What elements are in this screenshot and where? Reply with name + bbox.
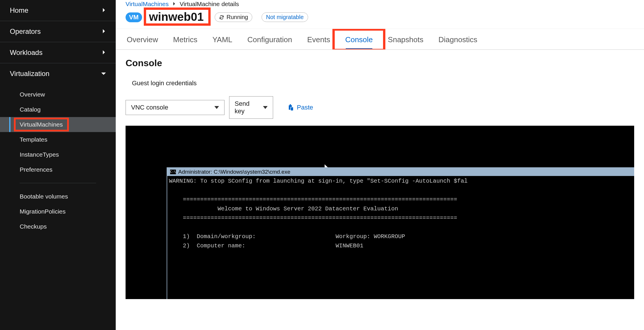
tab-label: Events [307,35,330,44]
send-key-select[interactable]: Send key [229,96,273,119]
not-migratable-text: Not migratable [266,14,303,21]
console-type-value: VNC console [131,104,168,111]
terminal-line: ========================================… [169,196,457,203]
sidebar-item-label: Catalog [20,106,41,113]
sidebar-item-label: Overview [20,91,45,98]
tab-snapshots[interactable]: Snapshots [387,29,425,49]
tab-label: Diagnostics [438,35,477,44]
tab-overview[interactable]: Overview [126,29,159,49]
vm-status-chip[interactable]: Running [215,12,253,22]
sidebar-item-virt-templates[interactable]: Templates [0,132,116,147]
console-controls: VNC console Send key Paste [126,96,634,119]
sidebar: Home Operators Workloads [0,0,116,330]
tab-events[interactable]: Events [306,29,332,49]
breadcrumb: VirtualMachines VirtualMachine details [116,0,644,8]
chevron-down-icon [101,71,106,77]
page-title-row: VM winweb01 Running Not migratable [116,8,644,29]
sidebar-item-label: Operators [10,27,41,36]
main-content: VirtualMachines VirtualMachine details V… [116,0,644,330]
chevron-right-icon [102,8,106,14]
tab-label: Console [345,35,373,44]
sidebar-item-migration-policies[interactable]: MigrationPolicies [0,204,116,219]
vnc-console[interactable]: C:\. Administrator: C:\Windows\system32\… [126,126,634,299]
breadcrumb-current: VirtualMachine details [180,1,239,8]
detail-tabs: Overview Metrics YAML Configuration Even… [116,29,644,50]
terminal-line: 2) Computer name: WINWEB01 [169,242,363,249]
svg-rect-1 [290,104,291,106]
vm-name-highlight: winweb01 [144,8,211,26]
sidebar-item-label: Bootable volumes [20,193,68,200]
not-migratable-chip[interactable]: Not migratable [262,12,308,22]
sidebar-item-virt-instancetypes[interactable]: InstanceTypes [0,147,116,162]
paste-icon [288,104,294,111]
sidebar-item-bootable-volumes[interactable]: Bootable volumes [0,189,116,204]
sidebar-item-virt-preferences[interactable]: Preferences [0,162,116,177]
sidebar-item-virt-catalog[interactable]: Catalog [0,102,116,117]
sidebar-item-label: InstanceTypes [20,151,59,158]
sidebar-divider [20,183,96,183]
vm-status-text: Running [227,14,248,21]
vm-badge: VM [126,12,142,22]
terminal-line: Welcome to Windows Server 2022 Datacente… [169,205,398,212]
sidebar-item-home[interactable]: Home [0,0,116,21]
sidebar-item-virt-overview[interactable]: Overview [0,87,116,102]
tab-label: Configuration [247,35,292,44]
terminal-output: WARNING: To stop SConfig from launching … [167,176,634,251]
terminal-line: 1) Domain/workgroup: Workgroup: WORKGROU… [169,233,405,240]
sidebar-item-label: Workloads [10,49,43,57]
sidebar-item-virtualization[interactable]: Virtualization [0,63,116,84]
console-heading: Console [126,58,634,68]
chevron-right-icon [173,2,176,6]
tab-label: Overview [127,35,158,44]
console-type-select[interactable]: VNC console [126,100,225,115]
terminal-line: WARNING: To stop SConfig from launching … [169,178,468,184]
svg-rect-2 [290,107,293,111]
windows-titlebar[interactable]: C:\. Administrator: C:\Windows\system32\… [167,168,634,176]
caret-down-icon [263,106,268,109]
paste-label: Paste [297,104,313,111]
send-key-label: Send key [235,100,260,115]
guest-login-credentials-toggle[interactable]: Guest login credentials [126,79,634,87]
chevron-right-icon [102,29,106,35]
windows-title-text: Administrator: C:\Windows\system32\cmd.e… [178,169,290,175]
sidebar-item-label: Home [10,6,28,14]
virtualization-subnav: Overview Catalog VirtualMachines Templat… [0,84,116,242]
terminal-line: ========================================… [169,215,457,221]
paste-button[interactable]: Paste [288,104,313,111]
tab-label: YAML [212,35,232,44]
tab-console[interactable]: Console [344,29,374,49]
sidebar-item-virtualmachines[interactable]: VirtualMachines [0,117,116,132]
sidebar-item-operators[interactable]: Operators [0,21,116,42]
sidebar-item-label: MigrationPolicies [20,208,66,215]
tab-label: Snapshots [388,35,424,44]
tab-configuration[interactable]: Configuration [246,29,293,49]
breadcrumb-parent-link[interactable]: VirtualMachines [126,1,169,8]
windows-cmd-window: C:\. Administrator: C:\Windows\system32\… [167,167,634,299]
caret-down-icon [214,106,219,109]
tab-metrics[interactable]: Metrics [172,29,198,49]
cmd-icon: C:\. [170,170,176,174]
sidebar-item-checkups[interactable]: Checkups [0,219,116,234]
sidebar-item-label: Virtualization [10,70,49,78]
sync-icon [219,15,224,20]
sidebar-item-label: Checkups [20,223,47,230]
sidebar-item-label: VirtualMachines [20,121,63,128]
sidebar-item-label: Templates [20,136,47,143]
tab-yaml[interactable]: YAML [211,29,233,49]
sidebar-item-label: Preferences [20,166,52,173]
sidebar-item-workloads[interactable]: Workloads [0,42,116,63]
tab-diagnostics[interactable]: Diagnostics [437,29,478,49]
tab-label: Metrics [173,35,197,44]
vm-name: winweb01 [147,10,205,23]
chevron-right-icon [102,50,106,56]
